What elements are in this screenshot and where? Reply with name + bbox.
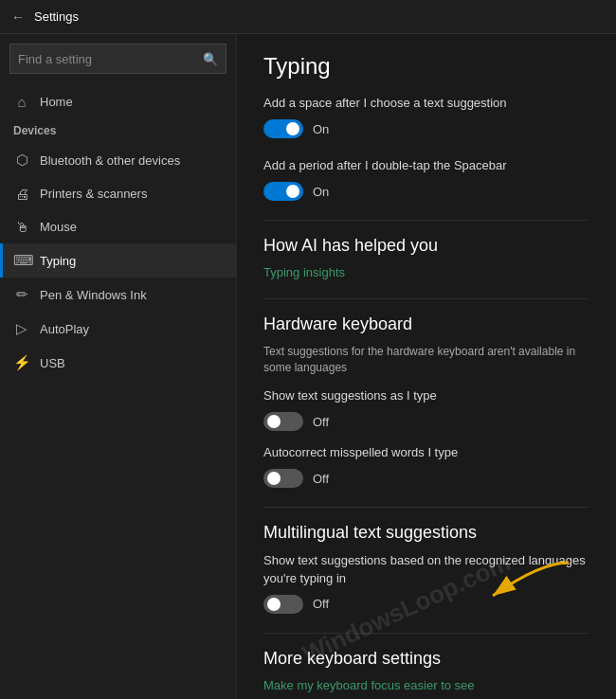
period-spacebar-row: On xyxy=(263,182,589,201)
main-layout: 🔍 ⌂ Home Devices ⬡ Bluetooth & other dev… xyxy=(0,34,616,699)
search-input[interactable] xyxy=(18,52,203,66)
hardware-section: Hardware keyboard Text suggestions for t… xyxy=(263,314,589,488)
space-suggestion-toggle[interactable] xyxy=(263,119,303,138)
sidebar-item-mouse-label: Mouse xyxy=(40,220,77,234)
autocorrect-label: Autocorrect misspelled words I type xyxy=(263,444,589,461)
divider-3 xyxy=(263,507,589,508)
multilingual-row: Off xyxy=(263,595,589,614)
sidebar-item-typing-label: Typing xyxy=(40,254,76,268)
ai-heading: How AI has helped you xyxy=(263,236,589,256)
period-spacebar-toggle[interactable] xyxy=(263,182,303,201)
space-suggestion-group: Add a space after I choose a text sugges… xyxy=(263,95,589,138)
multilingual-heading: Multilingual text suggestions xyxy=(263,523,589,543)
content-area: Typing Add a space after I choose a text… xyxy=(237,34,616,699)
sidebar-item-autoplay-label: AutoPlay xyxy=(40,322,89,336)
pen-icon: ✏ xyxy=(13,286,30,303)
typing-icon: ⌨ xyxy=(13,252,30,269)
search-box[interactable]: 🔍 xyxy=(9,44,226,74)
toggle-thumb-3 xyxy=(267,415,281,428)
autocorrect-toggle-text: Off xyxy=(313,472,329,486)
more-heading: More keyboard settings xyxy=(263,649,589,669)
space-suggestion-label: Add a space after I choose a text sugges… xyxy=(263,95,589,112)
sidebar-item-typing[interactable]: ⌨ Typing xyxy=(0,243,236,278)
usb-icon: ⚡ xyxy=(13,354,30,371)
divider-4 xyxy=(263,633,589,634)
sidebar-item-pen-label: Pen & Windows Ink xyxy=(40,288,147,302)
home-icon: ⌂ xyxy=(13,94,30,110)
autoplay-icon: ▷ xyxy=(13,320,30,337)
mouse-icon: 🖱 xyxy=(13,219,30,235)
period-spacebar-label: Add a period after I double-tap the Spac… xyxy=(263,157,589,174)
sidebar-item-mouse[interactable]: 🖱 Mouse xyxy=(0,210,236,243)
keyboard-focus-link[interactable]: Make my keyboard focus easier to see xyxy=(263,678,589,692)
hardware-heading: Hardware keyboard xyxy=(263,314,589,334)
back-button[interactable]: ← xyxy=(11,9,25,25)
sidebar-item-usb[interactable]: ⚡ USB xyxy=(0,346,236,380)
divider-2 xyxy=(263,298,589,299)
show-suggestions-row: Off xyxy=(263,412,589,431)
show-suggestions-label: Show text suggestions as I type xyxy=(263,387,589,404)
autocorrect-row: Off xyxy=(263,469,589,488)
sidebar-item-usb-label: USB xyxy=(40,356,65,370)
toggle-thumb-2 xyxy=(286,185,299,198)
search-icon: 🔍 xyxy=(203,52,218,66)
typing-insights-link[interactable]: Typing insights xyxy=(263,265,589,279)
multilingual-section: Multilingual text suggestions Show text … xyxy=(263,523,589,613)
title-bar: ← Settings xyxy=(0,0,616,34)
sidebar-item-printers-label: Printers & scanners xyxy=(40,187,147,201)
hardware-subtext: Text suggestions for the hardware keyboa… xyxy=(263,344,589,376)
sidebar: 🔍 ⌂ Home Devices ⬡ Bluetooth & other dev… xyxy=(0,34,237,699)
toggle-thumb-4 xyxy=(267,472,281,485)
ai-section: How AI has helped you Typing insights xyxy=(263,236,589,279)
sidebar-item-autoplay[interactable]: ▷ AutoPlay xyxy=(0,312,236,346)
page-title: Typing xyxy=(263,53,589,80)
multilingual-label: Show text suggestions based on the recog… xyxy=(263,552,589,586)
multilingual-toggle[interactable] xyxy=(263,595,303,614)
multilingual-toggle-text: Off xyxy=(313,597,329,611)
autocorrect-toggle[interactable] xyxy=(263,469,303,488)
sidebar-item-pen[interactable]: ✏ Pen & Windows Ink xyxy=(0,278,236,312)
title-bar-title: Settings xyxy=(34,9,79,24)
divider-1 xyxy=(263,220,589,221)
printers-icon: 🖨 xyxy=(13,186,30,202)
sidebar-item-printers[interactable]: 🖨 Printers & scanners xyxy=(0,177,236,210)
sidebar-item-bluetooth[interactable]: ⬡ Bluetooth & other devices xyxy=(0,143,236,177)
period-spacebar-toggle-text: On xyxy=(313,185,329,199)
space-suggestion-row: On xyxy=(263,119,589,138)
toggle-thumb xyxy=(286,122,299,135)
sidebar-item-bluetooth-label: Bluetooth & other devices xyxy=(40,153,180,168)
toggle-thumb-5 xyxy=(267,598,281,611)
show-suggestions-toggle[interactable] xyxy=(263,412,303,431)
space-suggestion-toggle-text: On xyxy=(313,122,329,136)
bluetooth-icon: ⬡ xyxy=(13,152,30,169)
period-spacebar-group: Add a period after I double-tap the Spac… xyxy=(263,157,589,201)
sidebar-section-label: Devices xyxy=(0,118,236,143)
sidebar-item-home[interactable]: ⌂ Home xyxy=(0,85,236,118)
show-suggestions-toggle-text: Off xyxy=(313,415,329,429)
more-section: More keyboard settings Make my keyboard … xyxy=(263,649,589,699)
sidebar-item-home-label: Home xyxy=(40,95,73,109)
